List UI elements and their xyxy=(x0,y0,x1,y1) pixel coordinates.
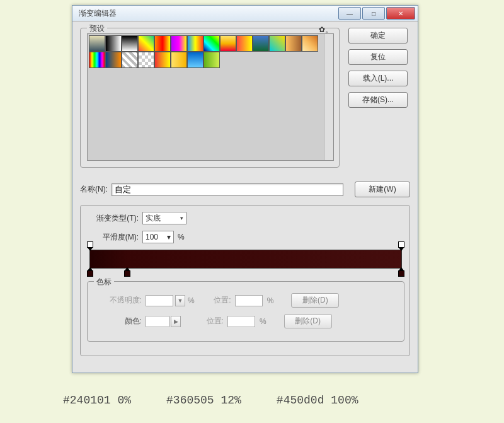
percent-label: % xyxy=(267,296,274,305)
preset-swatch[interactable] xyxy=(105,35,122,52)
gradient-editor-dialog: 渐变编辑器 — □ ✕ 预设 ✿。 xyxy=(72,5,418,373)
preset-scrollbar[interactable] xyxy=(324,34,333,160)
percent-label: % xyxy=(188,296,195,305)
color-picker-button[interactable]: ▶ xyxy=(171,316,181,327)
reset-button[interactable]: 复位 xyxy=(348,49,408,65)
preset-swatch[interactable] xyxy=(171,35,187,52)
color-swatch[interactable] xyxy=(146,316,169,327)
preset-swatch[interactable] xyxy=(89,35,105,52)
gradient-track[interactable] xyxy=(89,250,402,269)
footer-note: #240101 0% xyxy=(63,394,131,407)
stop-editor-panel: 色标 不透明度: ▼ % 位置: % 删除(D) 颜色: ▶ x xyxy=(87,281,404,342)
preset-swatch[interactable] xyxy=(122,35,138,52)
preset-swatch[interactable] xyxy=(187,35,203,52)
minimize-button[interactable]: — xyxy=(338,7,361,20)
preset-swatch[interactable] xyxy=(138,52,154,68)
delete-color-stop-button: 删除(D) xyxy=(284,314,332,328)
smoothness-input[interactable]: 100 ▾ xyxy=(142,231,174,243)
preset-swatch[interactable] xyxy=(302,35,318,52)
percent-label: % xyxy=(178,233,185,241)
name-input[interactable] xyxy=(112,183,343,196)
smoothness-value: 100 xyxy=(146,233,158,241)
footer-note: #450d0d 100% xyxy=(277,394,358,407)
ok-button[interactable]: 确定 xyxy=(348,28,408,43)
opacity-stop-right[interactable] xyxy=(398,241,404,251)
footer-note: #360505 12% xyxy=(166,394,241,407)
position-label: 位置: xyxy=(198,316,224,327)
opacity-label: 不透明度: xyxy=(94,295,142,306)
new-button[interactable]: 新建(W) xyxy=(355,182,410,197)
preset-swatch[interactable] xyxy=(203,52,220,68)
smoothness-label: 平滑度(M): xyxy=(87,232,139,243)
save-button[interactable]: 存储(S)... xyxy=(348,92,408,108)
gradient-settings-panel: 渐变类型(T): 实底 ▾ 平滑度(M): 100 ▾ % xyxy=(80,205,410,356)
gradient-type-select[interactable]: 实底 ▾ xyxy=(142,212,186,224)
presets-legend: 预设 xyxy=(87,23,107,34)
preset-swatch[interactable] xyxy=(203,35,220,52)
preset-swatch[interactable] xyxy=(187,52,203,68)
window-title: 渐变编辑器 xyxy=(79,8,337,19)
preset-swatch[interactable] xyxy=(269,35,285,52)
preset-swatch[interactable] xyxy=(171,52,187,68)
maximize-button[interactable]: □ xyxy=(362,7,385,20)
close-button[interactable]: ✕ xyxy=(386,7,415,20)
titlebar[interactable]: 渐变编辑器 — □ ✕ xyxy=(72,6,418,21)
color-position-input xyxy=(227,316,255,327)
stop-legend: 色标 xyxy=(94,277,114,287)
preset-swatch[interactable] xyxy=(236,35,253,52)
preset-swatch[interactable] xyxy=(105,52,122,68)
opacity-stop-left[interactable] xyxy=(87,241,93,251)
preset-swatch[interactable] xyxy=(138,35,154,52)
opacity-input xyxy=(146,295,173,306)
preset-swatch[interactable] xyxy=(122,52,138,68)
preset-swatch[interactable] xyxy=(154,52,171,68)
footer-color-notes: #240101 0% #360505 12% #450d0d 100% xyxy=(63,394,358,407)
gradient-preview xyxy=(89,250,402,269)
presets-box xyxy=(87,33,334,161)
chevron-down-icon: ▾ xyxy=(180,215,183,221)
position-input xyxy=(235,295,263,306)
preset-swatch[interactable] xyxy=(285,35,302,52)
preset-swatch[interactable] xyxy=(253,35,269,52)
preset-swatch[interactable] xyxy=(154,35,171,52)
color-label: 颜色: xyxy=(94,316,142,327)
presets-panel: 预设 ✿。 xyxy=(80,28,340,168)
delete-opacity-stop-button: 删除(D) xyxy=(291,293,339,308)
opacity-dropdown: ▼ xyxy=(175,295,185,306)
preset-swatch[interactable] xyxy=(220,35,236,52)
position-label: 位置: xyxy=(206,295,231,306)
percent-label: % xyxy=(260,317,266,326)
gradient-type-value: 实底 xyxy=(146,213,161,224)
chevron-down-icon: ▾ xyxy=(167,233,171,241)
name-label: 名称(N): xyxy=(80,184,108,195)
load-button[interactable]: 载入(L)... xyxy=(348,71,408,86)
gradient-type-label: 渐变类型(T): xyxy=(87,213,139,224)
preset-swatch[interactable] xyxy=(89,52,105,68)
